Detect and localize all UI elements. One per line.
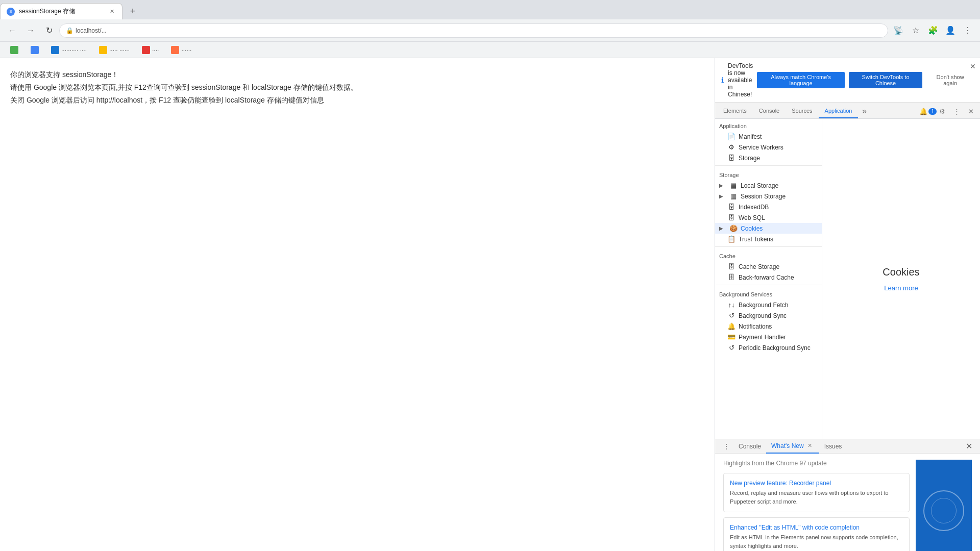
sidebar-item-periodic-bg-sync[interactable]: ↺ Periodic Background Sync <box>715 342 822 353</box>
bookmark-3[interactable]: ·········· ···· <box>47 45 91 55</box>
local-storage-icon: ▦ <box>729 182 738 189</box>
new-tab-button[interactable]: + <box>125 3 141 19</box>
reload-button[interactable]: ↻ <box>41 22 57 39</box>
switch-chinese-button[interactable]: Switch DevTools to Chinese <box>849 72 922 88</box>
payment-handler-icon: 💳 <box>727 333 736 341</box>
sidebar-item-service-workers-label: Service Workers <box>739 144 783 151</box>
bookmark-icon-4 <box>99 46 107 54</box>
match-language-button[interactable]: Always match Chrome's language <box>757 72 844 88</box>
devtools-close-button[interactable]: ✕ <box>964 104 978 118</box>
bottom-tab-whats-new[interactable]: What's New ✕ <box>766 439 819 454</box>
issues-badge-button[interactable]: 🔔 1 <box>921 104 935 118</box>
sidebar-item-background-sync[interactable]: ↺ Background Sync <box>715 310 822 321</box>
cast-button[interactable]: 📡 <box>890 22 906 39</box>
websql-icon: 🗄 <box>727 214 736 221</box>
devtools-actions: 🔔 1 ⚙ ⋮ ✕ <box>921 104 978 118</box>
tab-application[interactable]: Application <box>819 104 859 118</box>
bookmark-1[interactable] <box>6 45 22 55</box>
address-bar[interactable]: 🔒 localhost/... <box>59 23 888 38</box>
cookies-learn-more-link[interactable]: Learn more <box>884 284 918 292</box>
extensions-button[interactable]: 🧩 <box>925 22 941 39</box>
bookmark-4[interactable]: ····· ······ <box>95 45 134 55</box>
menu-button[interactable]: ⋮ <box>960 22 976 39</box>
bookmark-label-4: ····· ······ <box>109 46 130 54</box>
bookmark-5[interactable]: ···· <box>138 45 163 55</box>
notification-text: DevTools is now available in Chinese! <box>728 62 753 98</box>
sidebar-section-storage: Storage ▶ ▦ Local Storage ▶ ▦ Session St… <box>715 168 822 244</box>
forward-button[interactable]: → <box>22 22 39 39</box>
sidebar-item-payment-handler[interactable]: 💳 Payment Handler <box>715 332 822 342</box>
sidebar-item-manifest-label: Manifest <box>739 133 762 140</box>
lock-icon: 🔒 <box>66 27 74 34</box>
bookmark-6[interactable]: ······ <box>167 45 195 55</box>
bottom-tab-console-label: Console <box>739 443 761 450</box>
profile-button[interactable]: 👤 <box>942 22 959 39</box>
notifications-icon: 🔔 <box>727 322 736 330</box>
highlight-card-1-title[interactable]: New preview feature: Recorder panel <box>730 480 903 487</box>
sidebar-item-storage-label: Storage <box>739 155 760 162</box>
tab-overflow-button[interactable]: » <box>858 104 870 118</box>
dont-show-button[interactable]: Don't show again <box>926 72 974 88</box>
sidebar-item-background-fetch-label: Background Fetch <box>739 302 788 309</box>
bottom-panel-close-button[interactable]: ✕ <box>962 439 976 454</box>
sidebar-item-storage[interactable]: 🗄 Storage <box>715 153 822 163</box>
manifest-icon: 📄 <box>727 133 736 140</box>
back-button[interactable]: ← <box>4 22 20 39</box>
sidebar-item-trust-tokens[interactable]: 📋 Trust Tokens <box>715 234 822 244</box>
content-area: 你的浏览器支持 sessionStorage！ 请使用 Google 浏览器浏览… <box>0 58 980 551</box>
devtools-panel: ℹ DevTools is now available in Chinese! … <box>715 58 980 551</box>
highlight-card-2-title[interactable]: Enhanced "Edit as HTML" with code comple… <box>730 524 903 531</box>
bottom-panel-menu-button[interactable]: ⋮ <box>719 439 733 454</box>
cookies-empty-panel: Cookies Learn more <box>822 119 980 439</box>
bookmark-icon-2 <box>31 46 39 54</box>
sidebar-item-cookies[interactable]: ▶ 🍪 Cookies <box>715 223 822 234</box>
cookies-arrow-icon: ▶ <box>719 226 726 231</box>
notification-close-icon[interactable]: ✕ <box>970 62 976 70</box>
sidebar-item-notifications-label: Notifications <box>739 323 772 330</box>
cache-storage-icon: 🗄 <box>727 263 736 270</box>
url-text: localhost/... <box>76 27 881 34</box>
sidebar-item-local-storage[interactable]: ▶ ▦ Local Storage <box>715 180 822 191</box>
tab-close-button[interactable]: ✕ <box>108 8 116 16</box>
sidebar-item-back-forward-cache[interactable]: 🗄 Back-forward Cache <box>715 272 822 283</box>
bookmark-label-6: ······ <box>181 46 191 54</box>
tab-favicon: S <box>7 8 15 16</box>
tab-console-label: Console <box>759 108 779 114</box>
service-workers-icon: ⚙ <box>727 143 736 151</box>
bookmark-button[interactable]: ☆ <box>908 22 924 39</box>
local-storage-arrow-icon: ▶ <box>719 183 726 188</box>
sidebar-header-storage: Storage <box>715 170 822 180</box>
tab-elements[interactable]: Elements <box>717 104 753 118</box>
devtools-bottom-panel: ⋮ Console What's New ✕ Issues ✕ <box>715 439 980 551</box>
storage-icon: 🗄 <box>727 154 736 162</box>
tab-console[interactable]: Console <box>753 104 786 118</box>
bottom-tab-whats-new-label: What's New <box>771 442 804 449</box>
cookies-panel-title: Cookies <box>883 266 919 278</box>
bottom-tab-console[interactable]: Console <box>733 439 766 454</box>
bookmark-2[interactable] <box>27 45 43 55</box>
devtools-more-button[interactable]: ⋮ <box>949 104 964 118</box>
bottom-tab-issues[interactable]: Issues <box>819 439 847 454</box>
sidebar-item-notifications[interactable]: 🔔 Notifications <box>715 321 822 332</box>
sidebar-item-service-workers[interactable]: ⚙ Service Workers <box>715 142 822 153</box>
devtools-main-content: Cookies Learn more <box>822 119 980 439</box>
sidebar-item-manifest[interactable]: 📄 Manifest <box>715 131 822 142</box>
sidebar-item-cache-storage-label: Cache Storage <box>739 263 779 270</box>
sidebar-section-application: Application 📄 Manifest ⚙ Service Workers… <box>715 119 822 163</box>
settings-icon[interactable]: ⚙ <box>935 104 949 118</box>
sidebar-item-background-sync-label: Background Sync <box>739 312 787 319</box>
sidebar-item-cookies-label: Cookies <box>741 225 763 232</box>
tab-sources[interactable]: Sources <box>786 104 818 118</box>
sidebar-item-session-storage[interactable]: ▶ ▦ Session Storage <box>715 191 822 202</box>
tab-sources-label: Sources <box>792 108 812 114</box>
active-tab[interactable]: S sessionStorage 存储 ✕ <box>0 3 122 19</box>
background-sync-icon: ↺ <box>727 312 736 319</box>
sidebar-item-websql[interactable]: 🗄 Web SQL <box>715 212 822 223</box>
whats-new-tab-close-icon[interactable]: ✕ <box>806 442 814 450</box>
sidebar-header-cache: Cache <box>715 251 822 261</box>
sidebar-item-background-fetch[interactable]: ↑↓ Background Fetch <box>715 299 822 310</box>
sidebar-item-cache-storage[interactable]: 🗄 Cache Storage <box>715 261 822 272</box>
session-storage-icon: ▦ <box>729 192 738 200</box>
sidebar-item-indexeddb[interactable]: 🗄 IndexedDB <box>715 202 822 212</box>
background-fetch-icon: ↑↓ <box>727 301 736 309</box>
